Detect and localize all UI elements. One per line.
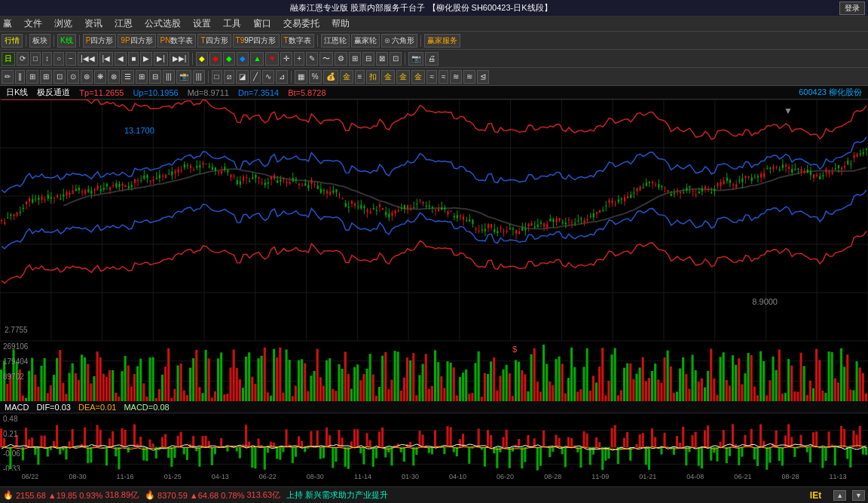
btn-diamond-b[interactable]: ◆	[237, 52, 249, 66]
btn-draw8[interactable]: ❋	[94, 70, 106, 84]
btn-pen[interactable]: ✎	[306, 52, 318, 66]
btn-tool2[interactable]: □	[30, 52, 41, 66]
btn-cross[interactable]: ✛	[280, 52, 292, 66]
btn-tool-c[interactable]: ⊟	[362, 52, 374, 66]
btn-t4[interactable]: T 四方形	[197, 34, 231, 48]
btn-p4[interactable]: P 四方形	[83, 34, 117, 48]
btn-draw3[interactable]: ⊞	[26, 70, 38, 84]
volume-chart[interactable]: 269106 179404 89702 $	[0, 341, 868, 401]
menu-file[interactable]: 文件	[24, 17, 42, 30]
btn-play-back[interactable]: ◀	[115, 52, 127, 66]
btn-draw11[interactable]: ⊞	[136, 70, 148, 84]
main-chart[interactable]: 13.1700 8.9000 2.7755 ▼	[0, 100, 868, 341]
btn-screenshot[interactable]: 📷	[408, 52, 423, 66]
btn-gold1[interactable]: 金	[340, 70, 353, 84]
btn-tool3[interactable]: ↕	[42, 52, 52, 66]
sep5	[420, 35, 421, 47]
btn-diamond-r[interactable]: ◆	[209, 52, 222, 66]
menu-trade[interactable]: 交易委托	[283, 17, 319, 30]
btn-tool-b[interactable]: ⊞	[349, 52, 361, 66]
btn-bk[interactable]: 板块	[29, 34, 50, 48]
btn-wave[interactable]: 〜	[319, 52, 333, 66]
btn-hq[interactable]: 行情	[2, 34, 23, 48]
menu-jiangen[interactable]: 江恩	[115, 17, 133, 30]
btn-rect5[interactable]: ∿	[262, 70, 274, 84]
btn-9p4[interactable]: 9P 四方形	[118, 34, 155, 48]
btn-rect4[interactable]: ╱	[250, 70, 261, 84]
btn-yj-service[interactable]: 赢家服务	[424, 34, 460, 48]
btn-line4[interactable]: ≋	[450, 70, 462, 84]
btn-jel[interactable]: 江恩轮	[321, 34, 350, 48]
btn-rect6[interactable]: ⊿	[276, 70, 288, 84]
menu-win[interactable]: 赢	[3, 17, 12, 30]
btn-refresh[interactable]: ⟳	[17, 52, 29, 66]
menu-settings[interactable]: 设置	[193, 17, 211, 30]
btn-gold4[interactable]: 金	[396, 70, 410, 84]
status-btn-down[interactable]: ▼	[852, 490, 865, 501]
status-item-1: 🔥 2155.68 ▲19.85 0.93% 318.89亿	[3, 489, 139, 501]
btn-next-fast[interactable]: ▶▶|	[170, 52, 190, 66]
menu-help[interactable]: 帮助	[332, 17, 350, 30]
btn-day[interactable]: 日	[2, 52, 15, 66]
btn-play-fwd[interactable]: ▶	[140, 52, 152, 66]
login-button[interactable]: 登录	[839, 2, 865, 15]
macd-chart[interactable]: 0.48 0.21 -0.06 -0.33	[0, 413, 868, 481]
btn-line1[interactable]: ≡	[355, 70, 365, 84]
btn-tn[interactable]: T 数字表	[281, 34, 314, 48]
btn-draw6[interactable]: ⊙	[67, 70, 79, 84]
btn-line3[interactable]: ≈	[439, 70, 449, 84]
btn-gold2[interactable]: 扣	[366, 70, 380, 84]
btn-ljx[interactable]: ⊙ 六角形	[381, 34, 418, 48]
menu-formula[interactable]: 公式选股	[145, 17, 181, 30]
btn-draw7[interactable]: ⊛	[81, 70, 93, 84]
btn-yjl[interactable]: 赢家轮	[351, 34, 380, 48]
btn-gold3[interactable]: 金	[381, 70, 395, 84]
btn-draw9[interactable]: ⊗	[108, 70, 120, 84]
btn-tool4[interactable]: ○	[53, 52, 64, 66]
btn-draw5[interactable]: ⊡	[53, 70, 66, 84]
btn-line6[interactable]: ⊴	[477, 70, 489, 84]
btn-tool-a[interactable]: ⚙	[335, 52, 347, 66]
btn-draw4[interactable]: ⊞	[40, 70, 52, 84]
btn-tool-e[interactable]: ⊡	[390, 52, 402, 66]
btn-line5[interactable]: ≋	[463, 70, 475, 84]
status-btn-up[interactable]: ▲	[833, 490, 846, 501]
btn-prev-fast[interactable]: |◀◀	[78, 52, 98, 66]
btn-diamond-y[interactable]: ◆	[196, 52, 208, 66]
btn-draw10[interactable]: ☰	[121, 70, 134, 84]
btn-tool-d[interactable]: ⊠	[376, 52, 388, 66]
btn-minus[interactable]: −	[66, 52, 76, 66]
btn-rect1[interactable]: □	[212, 70, 222, 84]
volume-canvas[interactable]	[0, 341, 868, 401]
menu-browse[interactable]: 浏览	[54, 17, 72, 30]
btn-pn[interactable]: PN 数字表	[157, 34, 197, 48]
btn-pct[interactable]: %	[309, 70, 322, 84]
btn-print[interactable]: 🖨	[425, 52, 439, 66]
btn-rect3[interactable]: ◪	[236, 70, 249, 84]
btn-diamond-g[interactable]: ◆	[223, 52, 235, 66]
vol-dollar: $	[512, 345, 517, 354]
btn-m2[interactable]: 💰	[323, 70, 338, 84]
btn-kline[interactable]: K线	[57, 34, 76, 48]
btn-draw1[interactable]: ✏	[2, 70, 14, 84]
btn-m1[interactable]: ▦	[295, 70, 307, 84]
btn-rect2[interactable]: ⧄	[224, 70, 234, 84]
btn-prev[interactable]: |◀	[99, 52, 114, 66]
menu-tools[interactable]: 工具	[223, 17, 241, 30]
btn-stop[interactable]: ■	[128, 52, 139, 66]
btn-draw15[interactable]: |||	[193, 70, 205, 84]
btn-draw13[interactable]: |||	[163, 70, 175, 84]
main-canvas[interactable]	[0, 100, 868, 341]
btn-draw2[interactable]: ‖	[15, 70, 25, 84]
btn-9p4b[interactable]: T9 9P四方形	[233, 34, 280, 48]
btn-next[interactable]: ▶|	[154, 52, 168, 66]
btn-arrow-u[interactable]: ▲	[250, 52, 264, 66]
btn-draw14[interactable]: 📸	[176, 70, 191, 84]
menu-window[interactable]: 窗口	[253, 17, 271, 30]
btn-gold5[interactable]: 金	[411, 70, 425, 84]
menu-news[interactable]: 资讯	[84, 17, 102, 30]
btn-draw12[interactable]: ⊟	[149, 70, 161, 84]
btn-arrow-d[interactable]: ▼	[265, 52, 279, 66]
btn-line2[interactable]: ≈	[426, 70, 437, 84]
btn-plus[interactable]: +	[294, 52, 304, 66]
